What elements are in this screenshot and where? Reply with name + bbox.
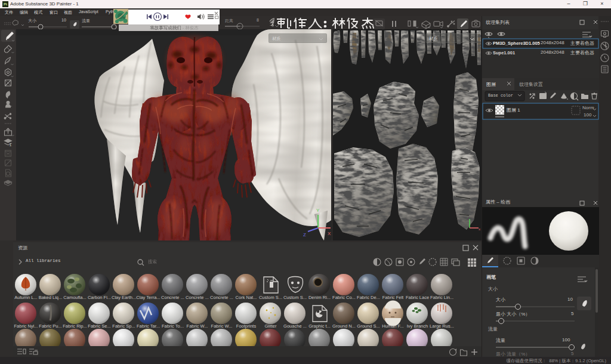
svg-text:Y: Y — [316, 208, 320, 213]
svg-text:Z: Z — [303, 232, 306, 237]
svg-text:x: x — [479, 227, 480, 231]
svg-text:1: 1 — [10, 143, 12, 147]
